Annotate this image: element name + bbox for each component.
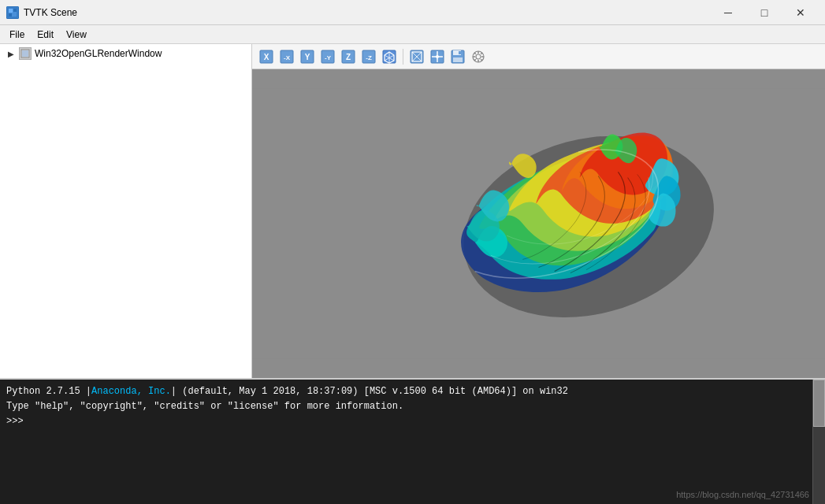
window-title: TVTK Scene <box>24 7 710 18</box>
tree-root-item[interactable]: ▶ Win32OpenGLRenderWindow <box>0 44 251 63</box>
y-axis-button[interactable]: Y <box>298 47 317 66</box>
title-bar: TVTK Scene ─ □ ✕ <box>0 0 825 25</box>
3d-viewport[interactable] <box>252 69 825 378</box>
svg-point-30 <box>436 55 439 58</box>
z-axis-neg-button[interactable]: -Z <box>359 47 378 66</box>
app-icon <box>6 6 19 19</box>
x-axis-button[interactable]: X <box>257 47 276 66</box>
menu-edit[interactable]: Edit <box>31 28 60 42</box>
toolbar-separator-1 <box>403 49 403 65</box>
tree-root-label: Win32OpenGLRenderWindow <box>35 48 162 59</box>
console-panel: Python 2.7.15 |Anaconda, Inc.| (default,… <box>0 378 825 504</box>
console-output[interactable]: Python 2.7.15 |Anaconda, Inc.| (default,… <box>0 380 812 504</box>
console-line-1: Python 2.7.15 |Anaconda, Inc.| (default,… <box>6 384 806 399</box>
toolbar: X -X Y -Y <box>252 44 825 69</box>
svg-line-42 <box>481 59 482 61</box>
tree-expand-arrow[interactable]: ▶ <box>6 49 16 58</box>
menu-view[interactable]: View <box>60 28 93 42</box>
minimize-button[interactable]: ─ <box>710 0 746 25</box>
svg-rect-33 <box>453 57 463 62</box>
save-button[interactable] <box>448 47 467 66</box>
svg-line-43 <box>481 52 482 54</box>
console-scrollbar[interactable] <box>812 380 825 504</box>
restore-button[interactable]: □ <box>746 0 782 25</box>
axes-button[interactable] <box>428 47 447 66</box>
svg-rect-3 <box>9 13 12 17</box>
svg-text:Y: Y <box>305 53 310 61</box>
svg-rect-5 <box>22 50 28 57</box>
svg-text:Z: Z <box>346 53 351 61</box>
tree-node-icon <box>19 47 32 60</box>
window-controls: ─ □ ✕ <box>710 0 819 25</box>
left-panel: ▶ Win32OpenGLRenderWindow <box>0 44 252 378</box>
svg-line-44 <box>474 59 476 61</box>
close-button[interactable]: ✕ <box>782 0 819 25</box>
main-content: ▶ Win32OpenGLRenderWindow X <box>0 44 825 378</box>
right-panel: X -X Y -Y <box>252 44 825 378</box>
svg-rect-34 <box>459 51 461 54</box>
menu-bar: File Edit View <box>0 25 825 44</box>
reset-view-button[interactable] <box>407 47 426 66</box>
console-line-2: Type "help", "copyright", "credits" or "… <box>6 399 806 414</box>
svg-text:-X: -X <box>284 54 291 61</box>
y-axis-neg-button[interactable]: -Y <box>318 47 337 66</box>
isometric-button[interactable] <box>380 47 399 66</box>
settings-button[interactable] <box>469 47 488 66</box>
x-axis-neg-button[interactable]: -X <box>277 47 296 66</box>
svg-text:-Z: -Z <box>366 54 372 61</box>
svg-rect-2 <box>13 9 17 12</box>
scrollbar-thumb[interactable] <box>813 380 825 427</box>
svg-text:-Y: -Y <box>325 54 332 61</box>
svg-rect-1 <box>9 9 13 13</box>
z-axis-button[interactable]: Z <box>339 47 358 66</box>
menu-file[interactable]: File <box>3 28 31 42</box>
svg-line-41 <box>474 52 476 54</box>
svg-point-36 <box>476 54 481 59</box>
watermark: https://blog.csdn.net/qq_42731466 <box>676 490 809 499</box>
svg-text:X: X <box>264 53 269 61</box>
console-prompt: >>> <box>6 414 806 429</box>
